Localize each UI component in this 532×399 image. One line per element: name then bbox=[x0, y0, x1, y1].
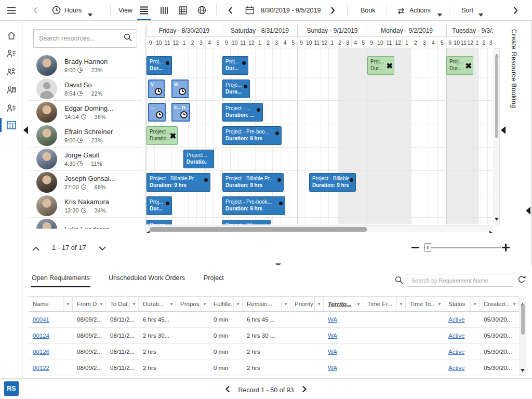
booking-block[interactable]: Project - ...Duration: ... bbox=[222, 103, 263, 122]
table-row[interactable]: 0004108/09/2...08/11/2...6 hrs 45...0 mi… bbox=[29, 312, 519, 328]
resource-search-input[interactable] bbox=[34, 35, 124, 42]
refresh-icon[interactable] bbox=[517, 275, 526, 286]
gantt-view-icon[interactable] bbox=[160, 6, 168, 17]
table-row[interactable]: 0012408/09/2...08/11/2...2 hrs 30...0 mi… bbox=[29, 328, 519, 344]
booking-block[interactable]: Project... bbox=[147, 220, 172, 224]
column-filter-caret-icon[interactable]: ▾ bbox=[354, 297, 363, 311]
scrollbar-down-icon[interactable] bbox=[495, 214, 499, 223]
resource-row[interactable]: Brady Hannon9:0023% bbox=[29, 54, 142, 77]
column-filter-caret-icon[interactable]: ▾ bbox=[396, 297, 405, 311]
table-row[interactable]: 0012208/09/2...08/11/2...2 hrs0 min2 hrs… bbox=[29, 360, 519, 376]
resource-pool-icon[interactable] bbox=[7, 104, 16, 114]
cell-link[interactable]: WA bbox=[328, 349, 337, 355]
column-header-remain[interactable]: Remain...▾ bbox=[243, 297, 290, 311]
table-row[interactable]: 0012608/09/2...08/11/2...2 hrs0 min2 hrs… bbox=[29, 344, 519, 360]
sort-caret-icon[interactable] bbox=[478, 9, 483, 19]
booking-block[interactable]: W bbox=[171, 79, 189, 98]
resource-row[interactable]: Kris Nakamura13:3034% bbox=[29, 194, 142, 218]
column-header-propos[interactable]: Propos...▾ bbox=[176, 297, 209, 311]
column-header-timefr[interactable]: Time Fr...▾ bbox=[363, 297, 406, 311]
booking-block[interactable]: Proj...Dur... bbox=[147, 56, 172, 75]
column-header-priority[interactable]: Priority▾ bbox=[290, 297, 324, 311]
toolbar-scroll-left-icon[interactable] bbox=[33, 6, 38, 17]
booking-block[interactable]: Proje...Dura... bbox=[222, 79, 250, 98]
actions-swap-icon[interactable] bbox=[397, 7, 405, 17]
column-header-fromd[interactable]: From D...▾ bbox=[73, 297, 106, 311]
column-header-name[interactable]: Name▾ bbox=[29, 297, 73, 311]
table-vertical-scrollbar[interactable] bbox=[520, 297, 526, 376]
cell-link[interactable]: 00122 bbox=[33, 365, 49, 371]
sort-dropdown[interactable]: Sort bbox=[461, 7, 473, 14]
zoom-slider-track[interactable] bbox=[424, 247, 501, 248]
previous-page-icon[interactable] bbox=[225, 385, 230, 395]
booking-block[interactable]: Project - Pre-book...Duration: 9 hrs bbox=[222, 196, 285, 215]
map-view-icon[interactable] bbox=[197, 6, 206, 17]
column-filter-caret-icon[interactable]: ▾ bbox=[281, 297, 290, 311]
cell-link[interactable]: WA bbox=[328, 365, 337, 371]
hamburger-menu-icon[interactable] bbox=[7, 6, 16, 17]
cell-link[interactable]: WA bbox=[328, 332, 337, 339]
column-header-timeto[interactable]: Time To...▾ bbox=[406, 297, 444, 311]
booking-block[interactable]: Proj...Dur... bbox=[147, 196, 172, 215]
schedule-grid-body[interactable]: Proj...Dur...Proj...Dur...Proj...Dur...✖… bbox=[146, 48, 493, 224]
zoom-in-icon[interactable] bbox=[502, 244, 510, 251]
column-filter-caret-icon[interactable]: ▾ bbox=[314, 297, 323, 311]
grid-vertical-scrollbar[interactable] bbox=[494, 48, 500, 224]
column-header-fulfille[interactable]: Fulfille...▾ bbox=[209, 297, 243, 311]
cell-link[interactable]: 00041 bbox=[33, 316, 49, 323]
column-header-territo[interactable]: Territo...▾ bbox=[324, 297, 363, 311]
resource-row[interactable]: Luke Lundgren bbox=[29, 218, 142, 229]
actions-caret-icon[interactable] bbox=[437, 9, 442, 19]
scrollbar-thumb[interactable] bbox=[495, 55, 498, 138]
calendar-icon[interactable] bbox=[245, 6, 254, 17]
booking-block[interactable]: Project ...Duratio...✖ bbox=[147, 126, 178, 145]
resource-row[interactable]: Edgar Doming...14:1436% bbox=[29, 101, 142, 124]
cell-link[interactable]: WA bbox=[328, 316, 337, 323]
column-filter-caret-icon[interactable]: ▾ bbox=[63, 297, 72, 311]
column-filter-caret-icon[interactable]: ▾ bbox=[97, 297, 105, 311]
booking-block[interactable]: 2... D... bbox=[171, 103, 190, 122]
collapse-grid-panel-icon[interactable] bbox=[501, 126, 506, 136]
cell-link[interactable]: Active bbox=[448, 316, 464, 323]
resource-row[interactable]: Joseph Gonsal...27:0068% bbox=[29, 171, 142, 194]
toolbar-scroll-right-icon[interactable] bbox=[513, 6, 518, 17]
scrollbar-thumb[interactable] bbox=[150, 227, 367, 232]
booking-block[interactable]: Project - Pre-boo...Duration: 9 hrs bbox=[222, 126, 282, 145]
column-filter-caret-icon[interactable]: ▾ bbox=[129, 297, 138, 311]
scrollbar-thumb[interactable] bbox=[521, 304, 525, 335]
column-filter-caret-icon[interactable]: ▾ bbox=[167, 297, 176, 311]
column-header-durati[interactable]: Durati...▾ bbox=[139, 297, 176, 311]
resource-row[interactable]: Efrain Schreiner9:0023% bbox=[29, 124, 142, 148]
column-header-created[interactable]: Created...▾ bbox=[480, 297, 519, 311]
pager-up-icon[interactable] bbox=[32, 242, 39, 253]
create-resource-booking-tab[interactable]: Create Resource Booking bbox=[510, 29, 517, 150]
booking-block[interactable]: Project - Billable Proje...Duration: 9 h… bbox=[309, 173, 356, 192]
grid-horizontal-scrollbar[interactable] bbox=[146, 225, 493, 232]
home-icon[interactable] bbox=[7, 31, 16, 42]
booking-block[interactable]: Proj...Dur...✖ bbox=[367, 56, 394, 75]
resource-row[interactable]: David So8:5422% bbox=[29, 77, 142, 101]
requirements-icon[interactable] bbox=[7, 86, 16, 96]
booking-block[interactable]: Project - Billable Pr...Duration: 9 hrs bbox=[222, 173, 284, 192]
booking-block[interactable]: V bbox=[148, 79, 165, 98]
hours-dropdown[interactable]: Hours bbox=[64, 7, 82, 14]
cell-link[interactable]: Active bbox=[448, 365, 464, 371]
hours-scale-clock-icon[interactable] bbox=[52, 6, 61, 17]
zoom-slider-thumb[interactable] bbox=[424, 243, 431, 252]
tab-unscheduled-work-orders[interactable]: Unscheduled Work Orders bbox=[108, 269, 185, 287]
column-filter-caret-icon[interactable]: ▾ bbox=[470, 297, 479, 311]
list-view-icon[interactable] bbox=[139, 6, 149, 17]
previous-range-icon[interactable] bbox=[228, 6, 233, 17]
actions-dropdown[interactable]: Actions bbox=[409, 7, 431, 14]
resource-row[interactable]: Jorge Gault4:3011% bbox=[29, 148, 142, 171]
schedule-board-icon[interactable] bbox=[7, 121, 16, 131]
table-view-icon[interactable] bbox=[179, 6, 187, 17]
requirement-search-input[interactable] bbox=[407, 274, 513, 287]
column-filter-caret-icon[interactable]: ▾ bbox=[200, 297, 209, 311]
resource-groups-icon[interactable] bbox=[7, 68, 16, 78]
booking-block[interactable]: Project - Billable Pr...Duration: 9 hrs bbox=[147, 173, 210, 192]
cell-link[interactable]: 00124 bbox=[33, 332, 49, 339]
pager-down-icon[interactable] bbox=[99, 242, 106, 253]
hours-caret-icon[interactable] bbox=[88, 9, 92, 19]
scrollbar-right-icon[interactable] bbox=[489, 228, 493, 233]
